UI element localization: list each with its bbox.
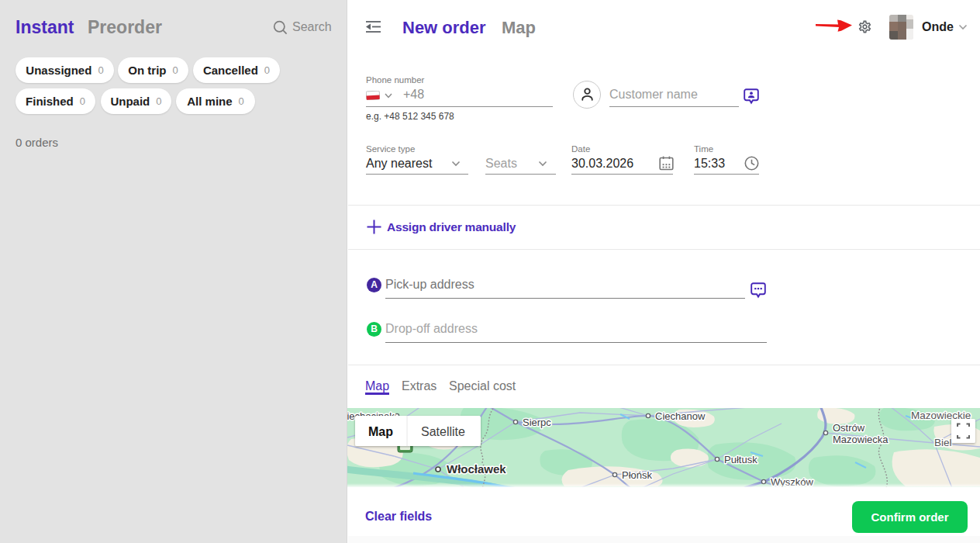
svg-text:Satellite: Satellite bbox=[421, 425, 465, 438]
svg-text:Płońsk: Płońsk bbox=[622, 469, 653, 481]
svg-text:Włocławek: Włocławek bbox=[447, 462, 506, 476]
svg-text:Biel: Biel bbox=[934, 437, 952, 448]
svg-text:Ciechanow: Ciechanow bbox=[655, 410, 706, 422]
svg-text:Pułtusk: Pułtusk bbox=[724, 454, 757, 465]
svg-text:Sierpc: Sierpc bbox=[523, 417, 551, 428]
svg-text:Mazowiecka: Mazowiecka bbox=[833, 434, 889, 445]
svg-text:Map: Map bbox=[368, 425, 393, 438]
svg-text:Ostrów: Ostrów bbox=[833, 422, 865, 434]
